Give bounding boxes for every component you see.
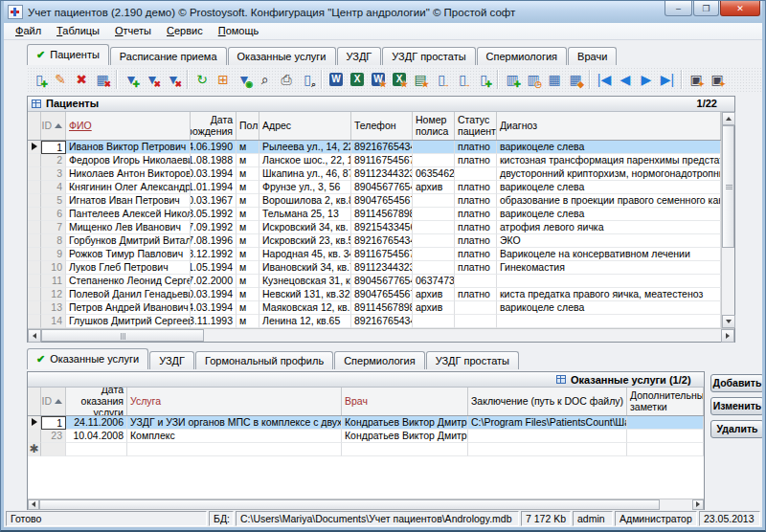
filter-eye-icon[interactable]: ▼◉: [234, 69, 255, 90]
delete-rows-icon[interactable]: ▦✖: [92, 69, 113, 90]
patients-vertical-scrollbar[interactable]: [721, 112, 734, 328]
table-row[interactable]: 3Николаев Антон Викторович30.03.1994мШка…: [28, 167, 721, 181]
export-doc-icon[interactable]: ▯→: [431, 69, 452, 90]
subtab-uzdg-prostate[interactable]: УЗДГ простаты: [426, 351, 519, 369]
print-icon[interactable]: ⎙: [276, 69, 297, 90]
scroll-right-icon[interactable]: [721, 329, 734, 343]
subtab-uzdg[interactable]: УЗДГ: [149, 351, 194, 369]
import-icon[interactable]: ▯✚: [473, 69, 494, 90]
column-add-icon[interactable]: ▥✚: [502, 69, 523, 90]
tree-view-icon[interactable]: ⊞: [213, 69, 234, 90]
filter-clear-icon[interactable]: ▼✖: [163, 69, 184, 90]
subtab-hormones[interactable]: Гормональный профиль: [195, 351, 333, 369]
edit-record-icon[interactable]: ✎: [50, 69, 71, 90]
menu-item-reports[interactable]: Отчеты: [107, 23, 159, 38]
add-button[interactable]: Добавить: [710, 374, 762, 392]
column-header-diag[interactable]: Диагноз: [497, 112, 721, 140]
minimize-button[interactable]: –: [665, 1, 692, 16]
nav-next-icon[interactable]: ▶: [636, 69, 657, 90]
delete-record-icon[interactable]: ✖: [71, 69, 92, 90]
report-excel-icon[interactable]: X★: [389, 69, 410, 90]
maximize-button[interactable]: ❐: [693, 1, 719, 16]
table-row[interactable]: 2Федоров Игорь Николаевич11.08.1988мЛанс…: [28, 154, 721, 167]
filter-set-icon[interactable]: ▼✚: [121, 69, 142, 90]
scroll-down-icon[interactable]: [722, 315, 735, 328]
table-row[interactable]: 11Степаненко Леонид Сергеевич17.02.2000м…: [28, 275, 721, 288]
tab-patients[interactable]: ✔Пациенты: [27, 44, 109, 65]
new-record-icon[interactable]: ▯✚: [29, 69, 50, 90]
delete-button[interactable]: Удалить: [710, 420, 762, 438]
cell-id: 6: [41, 208, 66, 221]
menu-item-tables[interactable]: Таблицы: [49, 23, 107, 38]
table-row[interactable]: 7Мищенко Лев Иванович17.09.1992мИскровск…: [28, 221, 721, 234]
scroll-left-icon[interactable]: [28, 329, 41, 343]
column-header-date[interactable]: Дата оказания услуги: [66, 388, 127, 415]
export-word-icon[interactable]: W: [326, 69, 347, 90]
tab-schedule[interactable]: Расписание приема: [110, 47, 227, 65]
scroll-right-icon[interactable]: [692, 499, 704, 510]
picture-view-icon[interactable]: ▣✦: [707, 69, 728, 90]
subtab-spermiology[interactable]: Спермиология: [334, 351, 425, 369]
column-header-id[interactable]: ID: [41, 112, 66, 140]
services-horizontal-scrollbar[interactable]: [28, 499, 704, 510]
column-header-dob[interactable]: Дата рождения: [191, 112, 237, 140]
vertical-scroll-thumb[interactable]: [722, 125, 734, 248]
column-header-addr[interactable]: Адрес: [259, 112, 351, 140]
close-button[interactable]: ✕: [720, 1, 760, 16]
tab-services[interactable]: Оказанные услуги: [228, 47, 336, 65]
grid-settings-icon[interactable]: ▦◆: [565, 69, 586, 90]
table-row[interactable]: 9Рожков Тимур Павлович28.12.1992мНародна…: [28, 248, 721, 261]
subtab-services[interactable]: ✔Оказанные услуги: [27, 348, 148, 369]
preview-icon[interactable]: ▯⌕: [297, 69, 318, 90]
patients-horizontal-scrollbar[interactable]: [28, 328, 734, 342]
table-row[interactable]: 12Полевой Данил Генадьевич10.03.1994мНев…: [28, 288, 721, 301]
table-row[interactable]: 5Игнатов Иван Петрович10.03.1967мВорошил…: [28, 194, 721, 208]
grid-view-icon[interactable]: ▦: [544, 69, 565, 90]
find-icon[interactable]: ⌕: [255, 69, 276, 90]
export-excel-icon[interactable]: X: [347, 69, 368, 90]
table-row[interactable]: 6Пантелеев Алексей Николаевич23.05.1992м…: [28, 208, 721, 221]
column-header-phone[interactable]: Телефон: [351, 112, 413, 140]
table-row[interactable]: 14Глушков Дмитрий Сергеевич23.11.1993мЛе…: [28, 315, 721, 328]
new-record-row[interactable]: ✱: [28, 443, 704, 456]
horizontal-scroll-thumb[interactable]: [41, 329, 204, 342]
column-header-sex[interactable]: Пол: [237, 112, 259, 140]
column-header-fio[interactable]: ФИО: [66, 112, 191, 140]
column-header-conclusion[interactable]: Заключение (путь к DOC файлу): [468, 388, 627, 415]
cell-status: платно: [455, 221, 497, 234]
menu-item-service[interactable]: Сервис: [159, 23, 211, 38]
filter-remove-icon[interactable]: ▼✖: [142, 69, 163, 90]
column-header-status[interactable]: Статус пациента: [455, 112, 497, 140]
table-row[interactable]: 8Горбунков Дмитрий Витальевич07.08.1996м…: [28, 234, 721, 248]
tab-spermiology[interactable]: Спермиология: [477, 47, 568, 65]
report-word-icon[interactable]: W★: [368, 69, 389, 90]
nav-last-icon[interactable]: ▶|: [657, 69, 678, 90]
horizontal-scroll-thumb[interactable]: [39, 499, 660, 510]
nav-first-icon[interactable]: |◀: [594, 69, 615, 90]
menu-item-help[interactable]: Помощь: [211, 23, 267, 38]
column-time-icon[interactable]: ▥◷: [523, 69, 544, 90]
column-header-doctor[interactable]: Врач: [342, 388, 468, 415]
table-row[interactable]: 124.11.2006УЗДГ и УЗИ органов МПС в комп…: [28, 416, 704, 430]
tab-uzdg-prostate[interactable]: УЗДГ простаты: [382, 47, 475, 65]
column-header-notes[interactable]: Дополнительные заметки: [627, 388, 704, 415]
menu-item-file[interactable]: Файл: [8, 23, 49, 38]
refresh-icon[interactable]: ↻: [192, 69, 213, 90]
tab-uzdg[interactable]: УЗДГ: [337, 47, 382, 65]
table-row[interactable]: 13Петров Андрей Иванович04.03.1994мМаяко…: [28, 301, 721, 315]
export-file-icon[interactable]: ▯→: [452, 69, 473, 90]
export-table-icon[interactable]: ▤★: [410, 69, 431, 90]
table-row[interactable]: 1Иванов Виктор Петрович14.06.1990мРылеев…: [28, 141, 721, 154]
column-header-polis[interactable]: Номер полиса: [413, 112, 455, 140]
table-row[interactable]: 4Княгинин Олег Александрович21.01.1994мФ…: [28, 181, 721, 194]
nav-prev-icon[interactable]: ◀: [615, 69, 636, 90]
column-header-service[interactable]: Услуга: [127, 388, 342, 415]
table-row[interactable]: 10Луков Глеб Петрович11.05.1994мИвановск…: [28, 261, 721, 275]
scroll-left-icon[interactable]: [28, 499, 39, 510]
tab-doctors[interactable]: Врачи: [568, 47, 617, 65]
scroll-up-icon[interactable]: [722, 112, 735, 125]
column-header-id[interactable]: ID: [41, 388, 66, 415]
picture-export-icon[interactable]: ▣✦: [686, 69, 707, 90]
edit-button[interactable]: Изменить: [710, 397, 762, 415]
table-row[interactable]: 2310.04.2008КомплексКондратьев Виктор Дм…: [28, 430, 704, 443]
